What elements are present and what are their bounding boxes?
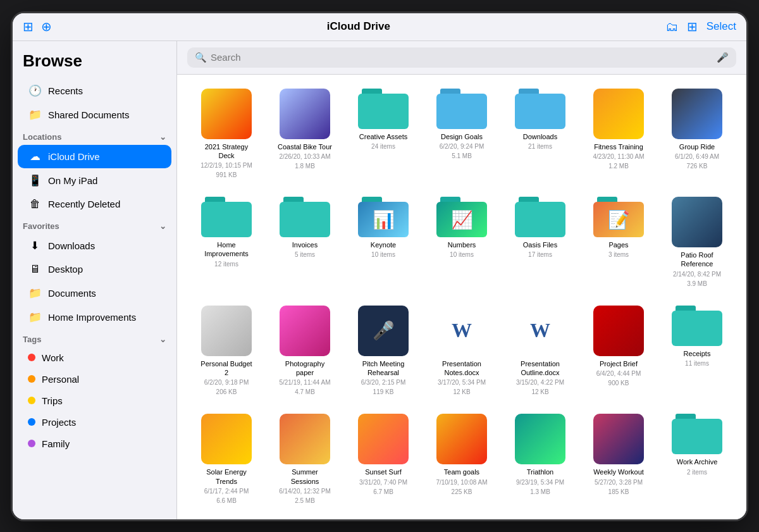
file-name: Solar Energy Trends [199, 467, 254, 486]
file-item-creative[interactable]: Creative Assets 24 items [347, 85, 420, 183]
ipad-icon: 📱 [28, 174, 42, 187]
squares-icon[interactable]: ⊞ [23, 19, 34, 34]
file-item-budget[interactable]: Personal Budget 2 6/2/20, 9:18 PM206 KB [190, 302, 263, 400]
file-item-teamgoals[interactable]: Team goals 7/10/19, 10:08 AM225 KB [425, 410, 498, 509]
file-item-pages[interactable]: 📝 Pages 3 items [582, 193, 655, 292]
file-item-solar[interactable]: Solar Energy Trends 6/1/17, 2:44 PM6.6 M… [190, 410, 263, 509]
folder-body [515, 94, 565, 129]
tag-label: Work [42, 352, 64, 363]
file-item-downloads[interactable]: Downloads 21 items [503, 85, 577, 183]
file-item-oasis[interactable]: Oasis Files 17 items [503, 193, 577, 292]
search-icon: 🔍 [195, 52, 207, 63]
file-name: Personal Budget 2 [199, 359, 254, 378]
sidebar-item-homeimprovements[interactable]: 📁 Home Improvements [18, 306, 171, 329]
sidebar-item-ipad[interactable]: 📱 On My iPad [18, 169, 171, 192]
content-area: 🔍 🎤 2021 Strategy Deck 12/2/19, 10:15 PM… [177, 41, 746, 519]
tag-color-dot [28, 440, 35, 447]
file-item-photo[interactable]: Photography paper 5/21/19, 11:44 AM4.7 M… [268, 302, 342, 400]
file-item-groupride[interactable]: Group Ride 6/1/20, 6:49 AM726 KB [660, 85, 734, 183]
file-item-design[interactable]: Design Goals 6/2/20, 9:24 PM5.1 MB [425, 85, 498, 183]
file-meta: 3 items [608, 251, 629, 259]
file-meta: 2/26/20, 10:33 AM [279, 152, 330, 161]
file-item-home[interactable]: Home Improvements 12 items [190, 193, 263, 292]
file-item-patio[interactable]: Patio Roof Reference 2/14/20, 8:42 PM3.9… [660, 193, 734, 292]
file-meta: 10 items [371, 251, 395, 259]
file-meta: 5/21/19, 11:44 AM [279, 378, 330, 387]
file-item-presoutline[interactable]: W Presentation Outline.docx 3/15/20, 4:2… [503, 302, 577, 400]
file-item-receipts[interactable]: Receipts 11 items [660, 302, 734, 400]
grid-icon[interactable]: ⊞ [687, 19, 698, 34]
file-meta: 3/17/20, 5:34 PM [438, 378, 486, 387]
file-meta: 6.7 MB [373, 488, 393, 496]
tags-chevron-icon[interactable]: ⌄ [159, 335, 166, 344]
file-name: Patio Roof Reference [669, 251, 725, 269]
file-item-presnotes[interactable]: W Presentation Notes.docx 3/17/20, 5:34 … [425, 302, 498, 400]
file-thumbnail [201, 89, 252, 139]
file-item-workarchive[interactable]: Work Archive 2 items [660, 410, 734, 509]
search-input[interactable] [211, 52, 713, 63]
word-thumbnail: W [436, 306, 487, 356]
tags-header: Tags ⌄ [13, 330, 176, 347]
shared-icon: 📁 [28, 108, 42, 121]
file-thumbnail [593, 89, 644, 139]
word-thumbnail: W [515, 306, 565, 356]
file-item-keynote[interactable]: 📊 Keynote 10 items [347, 193, 420, 292]
sidebar-item-tag-family[interactable]: Family [18, 433, 171, 454]
sidebar-item-shared[interactable]: 📁 Shared Documents [18, 103, 171, 127]
file-name: Design Goals [441, 132, 483, 141]
file-item-sunset[interactable]: Sunset Surf 3/31/20, 7:40 PM6.7 MB [347, 410, 420, 509]
file-item-pitch[interactable]: 🎤 Pitch Meeting Rehearsal 6/3/20, 2:15 P… [347, 302, 420, 400]
file-meta: 5.1 MB [452, 152, 472, 160]
sidebar-item-tag-work[interactable]: Work [18, 347, 171, 368]
folder-icon[interactable]: 🗂 [665, 20, 678, 34]
favorites-chevron-icon[interactable]: ⌄ [159, 221, 166, 231]
sidebar-item-desktop[interactable]: 🖥 Desktop [18, 258, 171, 281]
sidebar-item-recents[interactable]: 🕐 Recents [18, 79, 171, 102]
file-item-triathlon[interactable]: Triathlon 9/23/19, 5:34 PM1.3 MB [503, 410, 577, 509]
folder-body [436, 94, 487, 129]
tag-label: Trips [42, 395, 63, 406]
sidebar-item-tag-projects[interactable]: Projects [18, 412, 171, 433]
sidebar-item-tag-personal[interactable]: Personal [18, 369, 171, 390]
file-item-invoices[interactable]: Invoices 5 items [268, 193, 342, 292]
sidebar-item-downloads[interactable]: ⬇ Downloads [18, 234, 171, 257]
locations-chevron-icon[interactable]: ⌄ [159, 132, 166, 142]
sidebar-item-deleted[interactable]: 🗑 Recently Deleted [18, 193, 171, 216]
folder-body: 📝 [593, 202, 644, 237]
file-name: Pages [608, 240, 628, 249]
file-meta: 206 KB [216, 388, 237, 396]
sidebar-item-downloads-label: Downloads [48, 240, 95, 251]
file-name: Sunset Surf [365, 467, 401, 476]
keynote-thumbnail: 🎤 [358, 306, 409, 356]
file-item-summer[interactable]: Summer Sessions 6/14/20, 12:32 PM2.5 MB [268, 410, 342, 509]
sidebar-item-home-label: Home Improvements [48, 312, 136, 323]
sidebar-item-icloud[interactable]: ☁ iCloud Drive [18, 145, 171, 168]
file-meta: 4.7 MB [295, 388, 315, 396]
add-icon[interactable]: ⊕ [41, 19, 52, 34]
file-item-projbrief[interactable]: Project Brief 6/4/20, 4:44 PM900 KB [582, 302, 655, 400]
file-item-workarchivezip[interactable]: zip Work Archive.zip 8/7/19, 11:00 AM [190, 519, 263, 519]
app-folder-thumb: 📈 [436, 197, 487, 237]
folder-thumb [358, 89, 409, 129]
mic-icon[interactable]: 🎤 [717, 52, 729, 63]
folder-body: 📊 [358, 202, 409, 237]
file-meta: 2/14/20, 8:42 PM [673, 270, 721, 278]
file-item-numbers[interactable]: 📈 Numbers 10 items [425, 193, 498, 292]
sidebar-item-tag-trips[interactable]: Trips [18, 390, 171, 411]
sidebar-item-documents[interactable]: 📁 Documents [18, 281, 171, 305]
file-item-strategy[interactable]: 2021 Strategy Deck 12/2/19, 10:15 PM991 … [190, 85, 263, 183]
browse-title: Browse [13, 51, 176, 78]
tags-list: Work Personal Trips Projects Family [13, 347, 176, 454]
file-item-coastal[interactable]: Coastal Bike Tour 2/26/20, 10:33 AM1.8 M… [268, 85, 342, 183]
select-button[interactable]: Select [707, 20, 736, 33]
sidebar-item-ipad-label: On My iPad [48, 175, 97, 186]
file-thumbnail [672, 89, 722, 139]
file-meta: 900 KB [608, 379, 629, 387]
file-item-weekly[interactable]: Weekly Workout 5/27/20, 3:28 PM185 KB [582, 410, 655, 509]
folder-thumb [436, 89, 487, 129]
sidebar-item-documents-label: Documents [48, 288, 96, 299]
file-name: Invoices [292, 240, 318, 249]
folder-thumb [515, 89, 565, 129]
file-item-fitness[interactable]: Fitness Training 4/23/20, 11:30 AM1.2 MB [582, 85, 655, 183]
file-name: 2021 Strategy Deck [199, 142, 254, 161]
